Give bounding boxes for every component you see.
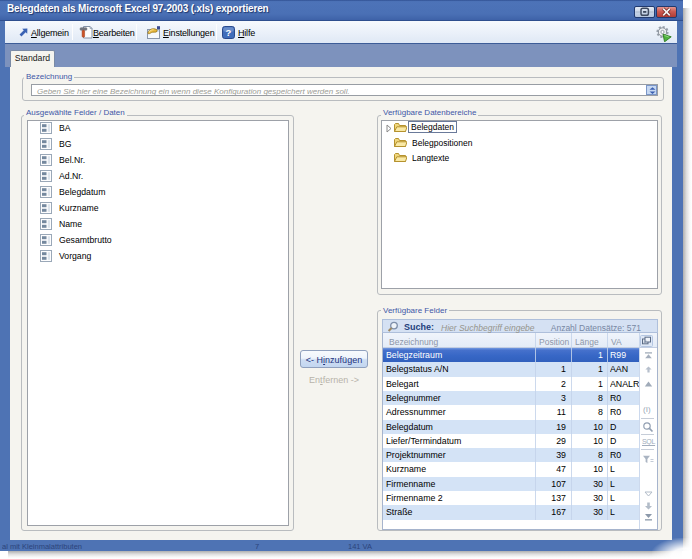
- svg-text:?: ?: [226, 27, 232, 38]
